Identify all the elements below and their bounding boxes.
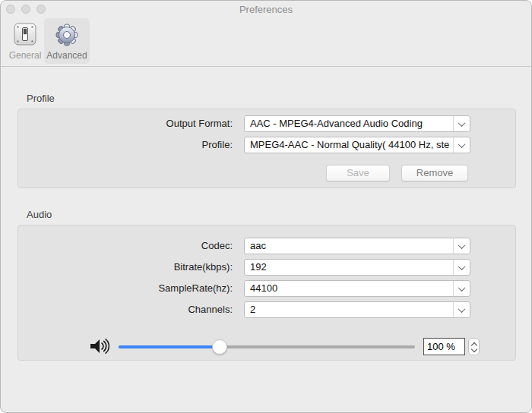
samplerate-select[interactable]: 44100 [244,280,470,297]
audio-section-title: Audio [27,209,52,220]
profile-section-title: Profile [27,93,55,104]
remove-button[interactable]: Remove [401,165,468,181]
tab-general-label: General [5,50,45,61]
profile-select[interactable]: MPEG4-AAC - Normal Quality( 44100 Hz, st… [244,137,470,153]
speaker-volume-icon [89,337,109,359]
output-format-label: Output Format: [24,115,233,132]
save-button[interactable]: Save [326,165,390,181]
volume-slider[interactable] [119,345,415,348]
tab-advanced[interactable]: Advanced [44,18,90,64]
chevron-down-icon [453,137,470,153]
codec-select[interactable]: aac [244,238,470,254]
window-title: Preferences [1,1,531,17]
profile-label: Profile: [24,137,233,153]
tab-general[interactable]: General [5,18,45,64]
bitrate-value: 192 [245,260,453,275]
bitrate-select[interactable]: 192 [244,259,470,276]
stepper-down-icon[interactable] [471,346,477,352]
volume-stepper[interactable] [468,338,480,355]
profile-value: MPEG4-AAC - Normal Quality( 44100 Hz, st… [245,137,453,153]
output-format-select[interactable]: AAC - MPEG4-Advanced Audio Coding [244,115,470,132]
preferences-window: Preferences General [0,0,532,413]
switch-plate-icon [13,22,37,49]
chevron-down-icon [453,281,470,296]
codec-value: aac [245,238,453,254]
output-format-value: AAC - MPEG4-Advanced Audio Coding [245,116,453,131]
codec-label: Codec: [24,238,233,254]
samplerate-label: SampleRate(hz): [24,280,233,297]
volume-slider-thumb[interactable] [212,339,227,355]
channels-value: 2 [245,302,453,317]
chevron-down-icon [453,116,470,131]
channels-label: Channels: [24,301,233,318]
volume-input[interactable]: 100 % [423,338,465,355]
chevron-down-icon [453,238,470,254]
toolbar: General [1,17,531,67]
channels-select[interactable]: 2 [244,301,470,318]
chevron-down-icon [453,302,470,317]
chevron-down-icon [453,260,470,275]
samplerate-value: 44100 [245,281,453,296]
bitrate-label: Bitrate(kbps): [24,259,233,276]
volume-slider-fill [119,345,220,348]
tab-advanced-label: Advanced [44,50,90,61]
title-bar: Preferences [1,1,531,17]
gear-icon [54,22,80,51]
